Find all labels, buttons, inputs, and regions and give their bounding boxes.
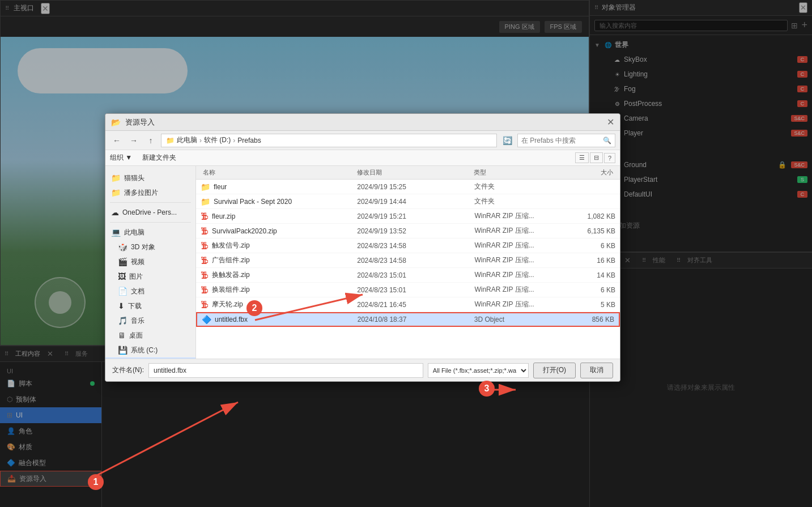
fd-new-folder-btn[interactable]: 新建文件夹 [142, 153, 176, 163]
fd-sidebar-softd[interactable]: 💾 软件 (D:) [105, 357, 195, 359]
fd-breadcrumb[interactable]: 📁 此电脑 › 软件 (D:) › Prefabs [161, 134, 497, 147]
fd-forward-btn[interactable]: → [127, 134, 141, 147]
thispc-icon: 💻 [111, 228, 121, 237]
breadcrumb-sep2: › [233, 137, 235, 144]
trigger-icon: 🗜 [201, 241, 209, 250]
file-row-costume[interactable]: 🗜换装组件.zip 2024/8/23 15:01 WinRAR ZIP 压缩.… [196, 283, 620, 297]
fbx-name: untitled.fbx [215, 316, 248, 323]
fd-view-list[interactable]: ☰ [575, 152, 589, 163]
fd-sidebar-pandora[interactable]: 📁 潘多拉图片 [105, 185, 195, 200]
fd-sidebar-downloads[interactable]: ⬇ 下载 [105, 299, 195, 313]
file-row-untitled-fbx[interactable]: 🔷untitled.fbx 2024/10/8 18:37 3D Object … [196, 312, 620, 327]
fd-sidebar-thispc[interactable]: 💻 此电脑 [105, 225, 195, 240]
ferris-name: 摩天轮.zip [212, 300, 243, 309]
pandora-label: 潘多拉图片 [124, 188, 158, 198]
file-row-trigger[interactable]: 🗜触发信号.zip 2024/8/23 14:58 WinRAR ZIP 压缩.… [196, 238, 620, 253]
col-date-header[interactable]: 修改日期 [355, 168, 471, 177]
cathead-label: 猫猫头 [124, 173, 144, 183]
survivalzip-date: 2024/9/19 13:52 [357, 227, 474, 235]
fleurzip-date: 2024/9/19 15:21 [357, 212, 474, 220]
ferris-icon: 🗜 [201, 300, 209, 309]
file-row-ad[interactable]: 🗜广告组件.zip 2024/8/23 14:58 WinRAR ZIP 压缩.… [196, 253, 620, 268]
fd-view-buttons: ☰ ⊟ ? [575, 152, 615, 163]
onedrive-label: OneDrive - Pers... [122, 208, 177, 216]
fleur-name: fleur [214, 183, 227, 191]
survival-folder-icon: 📁 [201, 197, 210, 206]
fd-file-list: 名称 修改日期 类型 大小 📁fleur 2024/9/19 15:25 文件夹… [196, 166, 620, 359]
fd-sidebar-sep1 [110, 202, 191, 203]
fd-close-btn[interactable]: ✕ [607, 117, 614, 127]
fd-filetype-select[interactable]: All File (*.fbx;*.asset;*.zip;*.wa [428, 363, 529, 378]
fd-sidebar-music[interactable]: 🎵 音乐 [105, 313, 195, 328]
breadcrumb-this-pc: 此电脑 [177, 135, 197, 145]
fleurzip-type: WinRAR ZIP 压缩... [474, 211, 552, 221]
costume-name: 换装组件.zip [212, 285, 250, 295]
fd-sidebar-desktop[interactable]: 🖥 桌面 [105, 328, 195, 343]
fleur-date: 2024/9/19 15:25 [357, 183, 474, 191]
downloads-label: 下载 [128, 301, 142, 311]
col-name-header[interactable]: 名称 [201, 168, 355, 177]
fd-sidebar-onedrive[interactable]: ☁ OneDrive - Pers... [105, 205, 195, 220]
fd-sidebar-pictures[interactable]: 🖼 图片 [105, 269, 195, 284]
pictures-icon: 🖼 [118, 272, 126, 281]
cathead-icon: 📁 [111, 173, 121, 182]
fd-organize-btn[interactable]: 组织 ▼ [110, 153, 132, 163]
switchtrigger-name: 换触发器.zip [212, 270, 250, 280]
fd-sidebar-sep2 [110, 222, 191, 223]
survival-date: 2024/9/19 14:44 [357, 198, 474, 206]
fd-filename-input[interactable] [148, 363, 423, 378]
fd-sidebar-video[interactable]: 🎬 视频 [105, 254, 195, 269]
breadcrumb-computer: 📁 [166, 137, 175, 144]
systemc-label: 系统 (C:) [131, 346, 158, 355]
fd-back-btn[interactable]: ← [110, 134, 124, 147]
breadcrumb-drive: 软件 (D:) [204, 135, 231, 145]
trigger-size: 6 KB [553, 242, 615, 250]
fd-col-header: 名称 修改日期 类型 大小 [196, 166, 620, 180]
switchtrigger-size: 14 KB [553, 271, 615, 279]
systemc-icon: 💾 [118, 346, 127, 355]
fd-view-detail[interactable]: ⊟ [590, 152, 603, 163]
survivalzip-icon: 🗜 [201, 227, 209, 236]
trigger-type: WinRAR ZIP 压缩... [474, 241, 552, 250]
col-type-header[interactable]: 类型 [471, 168, 551, 177]
file-row-fleurzip[interactable]: 🗜fleur.zip 2024/9/19 15:21 WinRAR ZIP 压缩… [196, 209, 620, 224]
fd-up-btn[interactable]: ↑ [144, 134, 158, 147]
fleur-type: 文件夹 [474, 182, 552, 191]
fd-open-btn[interactable]: 打开(O) [533, 363, 576, 378]
file-row-ferris[interactable]: 🗜摩天轮.zip 2024/8/21 16:45 WinRAR ZIP 压缩..… [196, 297, 620, 312]
pictures-label: 图片 [129, 272, 143, 282]
file-row-fleur[interactable]: 📁fleur 2024/9/19 15:25 文件夹 [196, 180, 620, 194]
file-row-survivalzip[interactable]: 🗜SurvivalPack2020.zip 2024/9/19 13:52 Wi… [196, 224, 620, 238]
thispc-label: 此电脑 [124, 228, 144, 237]
fd-filename-label: 文件名(N): [112, 365, 144, 375]
survivalzip-name: SurvivalPack2020.zip [212, 227, 277, 235]
music-icon: 🎵 [118, 316, 127, 325]
fd-cancel-btn[interactable]: 取消 [580, 363, 613, 378]
fd-view-help[interactable]: ? [604, 153, 615, 163]
fd-sidebar-cathead[interactable]: 📁 猫猫头 [105, 171, 195, 185]
fd-nav: ← → ↑ 📁 此电脑 › 软件 (D:) › Prefabs 🔄 🔍 [105, 131, 620, 150]
ferris-size: 5 KB [553, 301, 615, 309]
survival-name: Survival Pack - Sept 2020 [214, 198, 292, 206]
fbx-date: 2024/10/8 18:37 [358, 316, 474, 323]
file-row-switch-trigger[interactable]: 🗜换触发器.zip 2024/8/23 15:01 WinRAR ZIP 压缩.… [196, 268, 620, 283]
survival-type: 文件夹 [474, 197, 552, 206]
onedrive-icon: ☁ [111, 208, 119, 217]
fd-organize-row: 组织 ▼ 新建文件夹 ☰ ⊟ ? [105, 150, 620, 166]
ad-name: 广告组件.zip [212, 255, 250, 265]
fd-sidebar-docs[interactable]: 📄 文档 [105, 284, 195, 299]
fd-main: 📁 猫猫头 📁 潘多拉图片 ☁ OneDrive - Pers... 💻 此电脑… [105, 166, 620, 359]
video-icon: 🎬 [118, 257, 127, 266]
docs-icon: 📄 [118, 287, 127, 296]
ad-date: 2024/8/23 14:58 [357, 257, 474, 265]
file-row-survival[interactable]: 📁Survival Pack - Sept 2020 2024/9/19 14:… [196, 194, 620, 209]
col-size-header[interactable]: 大小 [551, 168, 615, 177]
fd-search-box: 🔍 [517, 134, 615, 147]
fd-sidebar-3d[interactable]: 🎲 3D 对象 [105, 240, 195, 254]
fd-sidebar-systemc[interactable]: 💾 系统 (C:) [105, 343, 195, 357]
fd-title: 资源导入 [125, 117, 602, 127]
fd-search-input[interactable] [521, 137, 601, 144]
fbx-type: 3D Object [474, 316, 552, 323]
fd-refresh-btn[interactable]: 🔄 [500, 134, 514, 147]
fleur-folder-icon: 📁 [201, 182, 210, 191]
